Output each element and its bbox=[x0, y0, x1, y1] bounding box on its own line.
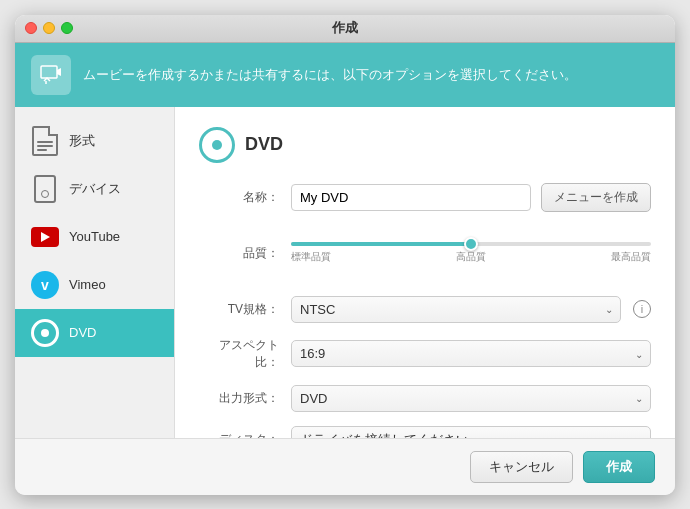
quality-slider-area: 標準品質 高品質 最高品質 bbox=[291, 242, 651, 282]
sidebar-item-dvd[interactable]: DVD bbox=[15, 309, 174, 357]
tv-select[interactable]: NTSC PAL bbox=[291, 296, 621, 323]
device-icon bbox=[31, 175, 59, 203]
output-select-wrapper: DVD Blu-ray ⌄ bbox=[291, 385, 651, 412]
sidebar-item-format[interactable]: 形式 bbox=[15, 117, 174, 165]
aspect-select[interactable]: 16:9 4:3 bbox=[291, 340, 651, 367]
main-content: 形式 デバイス YouTube v bbox=[15, 107, 675, 438]
section-title: DVD bbox=[245, 134, 283, 155]
sidebar-label-vimeo: Vimeo bbox=[69, 277, 106, 292]
quality-low: 標準品質 bbox=[291, 250, 331, 264]
youtube-icon bbox=[31, 223, 59, 251]
sidebar-label-format: 形式 bbox=[69, 132, 95, 150]
disk-label: ディスク： bbox=[199, 431, 279, 438]
traffic-lights bbox=[25, 22, 73, 34]
name-label: 名称： bbox=[199, 189, 279, 206]
quality-track[interactable] bbox=[291, 242, 651, 246]
content-area: DVD 名称： メニューを作成 品質： bbox=[175, 107, 675, 438]
tv-control: NTSC PAL ⌄ i bbox=[291, 296, 651, 323]
name-input[interactable] bbox=[291, 184, 531, 211]
sidebar-label-device: デバイス bbox=[69, 180, 121, 198]
tv-label: TV規格： bbox=[199, 301, 279, 318]
sidebar-label-youtube: YouTube bbox=[69, 229, 120, 244]
output-label: 出力形式： bbox=[199, 390, 279, 407]
close-button[interactable] bbox=[25, 22, 37, 34]
tv-row: TV規格： NTSC PAL ⌄ i bbox=[199, 296, 651, 323]
titlebar: 作成 bbox=[15, 15, 675, 43]
quality-fill bbox=[291, 242, 471, 246]
format-icon bbox=[31, 127, 59, 155]
menu-button[interactable]: メニューを作成 bbox=[541, 183, 651, 212]
header-text: ムービーを作成するかまたは共有するには、以下のオプションを選択してください。 bbox=[83, 66, 577, 84]
cancel-button[interactable]: キャンセル bbox=[470, 451, 573, 483]
tv-select-wrapper: NTSC PAL ⌄ bbox=[291, 296, 621, 323]
quality-label: 品質： bbox=[199, 245, 279, 262]
sidebar-item-device[interactable]: デバイス bbox=[15, 165, 174, 213]
minimize-button[interactable] bbox=[43, 22, 55, 34]
quality-high: 最高品質 bbox=[611, 250, 651, 264]
aspect-row: アスペクト比： 16:9 4:3 ⌄ bbox=[199, 337, 651, 371]
aspect-label: アスペクト比： bbox=[199, 337, 279, 371]
info-icon[interactable]: i bbox=[633, 300, 651, 318]
zoom-button[interactable] bbox=[61, 22, 73, 34]
dvd-section-icon bbox=[199, 127, 235, 163]
name-row: 名称： メニューを作成 bbox=[199, 183, 651, 212]
quality-mid: 高品質 bbox=[456, 250, 486, 264]
quality-thumb[interactable] bbox=[464, 237, 478, 251]
window-title: 作成 bbox=[332, 19, 358, 37]
output-row: 出力形式： DVD Blu-ray ⌄ bbox=[199, 385, 651, 412]
dvd-icon bbox=[31, 319, 59, 347]
disk-row: ディスク： ドライバを接続してください。 ⌄ bbox=[199, 426, 651, 438]
create-button[interactable]: 作成 bbox=[583, 451, 655, 483]
sidebar: 形式 デバイス YouTube v bbox=[15, 107, 175, 438]
output-select[interactable]: DVD Blu-ray bbox=[291, 385, 651, 412]
quality-row: 品質： 標準品質 高品質 最高品質 bbox=[199, 226, 651, 282]
quality-container: 標準品質 高品質 最高品質 bbox=[291, 226, 651, 282]
sidebar-item-youtube[interactable]: YouTube bbox=[15, 213, 174, 261]
aspect-select-wrapper: 16:9 4:3 ⌄ bbox=[291, 340, 651, 367]
sidebar-item-vimeo[interactable]: v Vimeo bbox=[15, 261, 174, 309]
svg-rect-0 bbox=[41, 66, 57, 78]
header-banner: ムービーを作成するかまたは共有するには、以下のオプションを選択してください。 bbox=[15, 43, 675, 107]
disk-select-wrapper: ドライバを接続してください。 ⌄ bbox=[291, 426, 651, 438]
quality-labels: 標準品質 高品質 最高品質 bbox=[291, 250, 651, 264]
sidebar-label-dvd: DVD bbox=[69, 325, 96, 340]
name-control: メニューを作成 bbox=[291, 183, 651, 212]
vimeo-icon: v bbox=[31, 271, 59, 299]
section-header: DVD bbox=[199, 127, 651, 163]
main-window: 作成 ムービーを作成するかまたは共有するには、以下のオプションを選択してください… bbox=[15, 15, 675, 495]
header-icon bbox=[31, 55, 71, 95]
disk-select[interactable]: ドライバを接続してください。 bbox=[291, 426, 651, 438]
footer: キャンセル 作成 bbox=[15, 438, 675, 495]
